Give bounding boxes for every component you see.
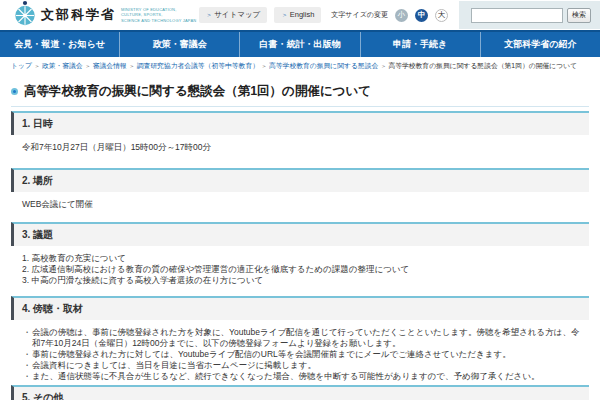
nav-item-about[interactable]: 文部科学省の紹介 bbox=[480, 32, 600, 57]
section-heading-agenda: 3. 議題 bbox=[11, 222, 589, 246]
section-heading-other: 5. その他 bbox=[11, 385, 589, 400]
agenda-item: 2. 広域通信制高校における教育の質の確保や管理運営の適正化を徹底するための課題… bbox=[22, 264, 585, 275]
agenda-item: 3. 中高の円滑な接続に資する高校入学者選抜の在り方について bbox=[22, 275, 585, 286]
breadcrumb-current: 高等学校教育の振興に関する懇談会（第1回）の開催について bbox=[388, 62, 577, 69]
breadcrumb-link[interactable]: 政策・審議会 bbox=[42, 62, 83, 69]
logo-title: 文部科学省 bbox=[41, 6, 116, 24]
nav-item-policy[interactable]: 政策・審議会 bbox=[119, 32, 239, 57]
circle-bullet-icon bbox=[11, 88, 18, 95]
agenda-item: 1. 高校教育の充実について bbox=[22, 253, 585, 264]
bullet-icon: ・ bbox=[22, 327, 32, 349]
sitemap-button[interactable]: ＞サイトマップ bbox=[199, 7, 268, 23]
breadcrumb-separator: ＞ bbox=[380, 63, 386, 69]
main-content: トップ＞政策・審議会＞審議会情報＞調査研究協力者会議等（初等中等教育）＞高等学校… bbox=[0, 62, 600, 400]
list-item: ・ また、通信状態等に不具合が生じるなど、続行できなくなった場合、傍聴を中断する… bbox=[22, 371, 585, 382]
global-nav: 会見・報道・お知らせ 政策・審議会 白書・統計・出版物 申請・手続き 文部科学省… bbox=[0, 30, 600, 57]
breadcrumb-separator: ＞ bbox=[34, 63, 40, 69]
section-body-observation: ・ 会議の傍聴は、事前に傍聴登録された方を対象に、Youtubeライブ配信を通じ… bbox=[22, 327, 585, 382]
list-item: ・ 会議の傍聴は、事前に傍聴登録された方を対象に、Youtubeライブ配信を通じ… bbox=[22, 327, 585, 349]
bullet-icon: ・ bbox=[22, 349, 32, 360]
section-body-agenda: 1. 高校教育の充実について 2. 広域通信制高校における教育の質の確保や管理運… bbox=[22, 253, 585, 286]
bullet-icon: ・ bbox=[22, 371, 32, 382]
font-size-large-button[interactable]: 大 bbox=[435, 9, 448, 22]
font-size-label: 文字サイズの変更 bbox=[331, 10, 388, 20]
logo-subtitle: MINISTRY OF EDUCATION, CULTURE, SPORTS, … bbox=[121, 7, 196, 23]
page-title: 高等学校教育の振興に関する懇談会（第1回）の開催について bbox=[11, 83, 589, 100]
breadcrumb: トップ＞政策・審議会＞審議会情報＞調査研究協力者会議等（初等中等教育）＞高等学校… bbox=[11, 62, 589, 71]
search-button[interactable]: 検索 bbox=[567, 8, 591, 23]
site-header: 文部科学省 MINISTRY OF EDUCATION, CULTURE, SP… bbox=[0, 0, 600, 30]
search-panel: 検索 bbox=[459, 1, 600, 29]
mext-emblem-icon bbox=[14, 0, 36, 30]
breadcrumb-separator: ＞ bbox=[85, 63, 91, 69]
nav-item-whitepaper[interactable]: 白書・統計・出版物 bbox=[239, 32, 359, 57]
title-divider bbox=[11, 106, 589, 107]
section-body-place: WEB会議にて開催 bbox=[22, 199, 585, 210]
bullet-icon: ・ bbox=[22, 360, 32, 371]
breadcrumb-link[interactable]: 高等学校教育の振興に関する懇談会 bbox=[269, 62, 378, 69]
breadcrumb-link[interactable]: 調査研究協力者会議等（初等中等教育） bbox=[137, 62, 259, 69]
list-item: ・ 会議資料につきましては、当日を目途に当省ホームページに掲載します。 bbox=[22, 360, 585, 371]
breadcrumb-link[interactable]: トップ bbox=[11, 62, 32, 69]
breadcrumb-separator: ＞ bbox=[261, 63, 267, 69]
section-body-datetime: 令和7年10月27日（月曜日）15時00分～17時00分 bbox=[22, 142, 585, 153]
search-input[interactable] bbox=[471, 8, 563, 23]
page: 文部科学省 MINISTRY OF EDUCATION, CULTURE, SP… bbox=[0, 0, 600, 400]
nav-item-procedures[interactable]: 申請・手続き bbox=[360, 32, 480, 57]
font-size-medium-button[interactable]: 中 bbox=[415, 9, 428, 22]
list-item: ・ 事前に傍聴登録された方に対しては、Youtubeライブ配信のURL等を会議開… bbox=[22, 349, 585, 360]
chevron-right-icon: ＞ bbox=[281, 11, 288, 18]
chevron-right-icon: ＞ bbox=[206, 11, 213, 18]
breadcrumb-separator: ＞ bbox=[129, 63, 135, 69]
english-button[interactable]: ＞English bbox=[274, 7, 321, 23]
section-heading-observation: 4. 傍聴・取材 bbox=[11, 296, 589, 320]
mext-logo[interactable]: 文部科学省 MINISTRY OF EDUCATION, CULTURE, SP… bbox=[14, 0, 196, 30]
section-heading-datetime: 1. 日時 bbox=[11, 111, 589, 135]
nav-item-press[interactable]: 会見・報道・お知らせ bbox=[0, 32, 119, 57]
section-heading-place: 2. 場所 bbox=[11, 168, 589, 192]
font-size-small-button[interactable]: 小 bbox=[395, 9, 408, 22]
header-utilities: ＞サイトマップ ＞English 文字サイズの変更 小 中 大 検索 bbox=[199, 0, 600, 30]
breadcrumb-link[interactable]: 審議会情報 bbox=[93, 62, 127, 69]
